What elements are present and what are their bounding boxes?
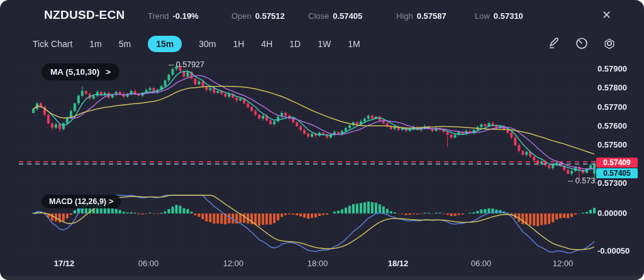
price-axis-label: 0.57600 xyxy=(597,121,627,131)
edit-icon[interactable] xyxy=(547,36,561,50)
stat-label: Trend xyxy=(148,11,169,21)
time-axis-label: 17/12 xyxy=(54,259,75,268)
tab-1d[interactable]: 1D xyxy=(289,39,301,49)
tab-1m[interactable]: 1M xyxy=(348,39,360,49)
stat-label: High xyxy=(396,11,413,21)
stat-label: Open xyxy=(231,11,252,21)
ma-label: MA (5,10,30) xyxy=(50,67,99,77)
time-axis-label: 12:00 xyxy=(223,259,244,268)
stat-label: Low xyxy=(475,11,490,21)
ma-indicator-pill[interactable]: MA (5,10,30) > xyxy=(42,63,119,80)
price-axis-label: 0.57800 xyxy=(597,83,627,92)
stat-value: 0.57405 xyxy=(333,11,362,21)
stat-value: 0.57587 xyxy=(417,11,447,21)
close-icon[interactable]: ✕ xyxy=(602,9,611,21)
time-axis-label: 06:00 xyxy=(471,259,492,268)
time-axis-label: 06:00 xyxy=(138,259,159,268)
tab-1h[interactable]: 1H xyxy=(233,39,244,49)
time-axis-label: 12:00 xyxy=(553,259,574,268)
price-badge-current: 0.57405 xyxy=(596,168,638,178)
macd-axis-label: 0.00000 xyxy=(597,208,627,218)
macd-indicator-pill[interactable]: MACD (12,26,9) > xyxy=(42,195,121,208)
price-axis-label: 0.57500 xyxy=(597,140,627,149)
tab-30m[interactable]: 30m xyxy=(199,39,216,49)
price-axis-label: 0.57900 xyxy=(597,64,627,73)
header-stat-high: High0.57587 xyxy=(396,11,447,21)
tab-1w[interactable]: 1W xyxy=(318,39,331,49)
header: NZDUSD-ECN Trend-0.19%Open0.57512Close0.… xyxy=(0,0,644,30)
chart-window: NZDUSD-ECN Trend-0.19%Open0.57512Close0.… xyxy=(0,0,644,280)
time-axis-label: 18:00 xyxy=(308,259,328,268)
stat-label: Close xyxy=(308,11,329,21)
header-stat-close: Close0.57405 xyxy=(308,11,362,21)
timer-icon[interactable] xyxy=(575,36,589,50)
low-price-annotation: -- 0.57310 xyxy=(568,176,596,185)
settings-icon[interactable] xyxy=(602,36,616,50)
tab-5m[interactable]: 5m xyxy=(119,39,131,49)
stat-value: 0.57310 xyxy=(494,11,523,21)
macd-label: MACD (12,26,9) xyxy=(49,197,106,206)
time-axis-label: 18/12 xyxy=(388,259,409,268)
high-price-annotation: -- 0.57927 xyxy=(169,60,204,69)
window-bottom-edge xyxy=(0,276,644,280)
tab-tick-chart[interactable]: Tick Chart xyxy=(33,39,72,49)
tab-15m[interactable]: 15m xyxy=(148,36,182,52)
tab-4h[interactable]: 4H xyxy=(261,39,272,49)
tab-1m[interactable]: 1m xyxy=(89,39,101,49)
header-stat-low: Low0.57310 xyxy=(475,11,523,21)
chevron-right-icon: > xyxy=(106,67,111,77)
price-badge-line: 0.57409 xyxy=(596,158,638,168)
stat-value: -0.19% xyxy=(172,11,198,21)
price-axis-label: 0.57300 xyxy=(597,178,627,188)
chevron-right-icon: > xyxy=(109,197,113,206)
price-axis-label: 0.57700 xyxy=(597,102,627,112)
header-stat-open: Open0.57512 xyxy=(231,11,285,21)
macd-axis-label: -0.00050 xyxy=(597,246,630,256)
toolbar-icons xyxy=(547,36,616,50)
timeframe-tabs: Tick Chart1m5m15m30m1H4H1D1W1M xyxy=(33,36,360,52)
stat-value: 0.57512 xyxy=(255,11,285,21)
header-stat-trend: Trend-0.19% xyxy=(148,11,199,21)
symbol-title: NZDUSD-ECN xyxy=(44,8,125,22)
